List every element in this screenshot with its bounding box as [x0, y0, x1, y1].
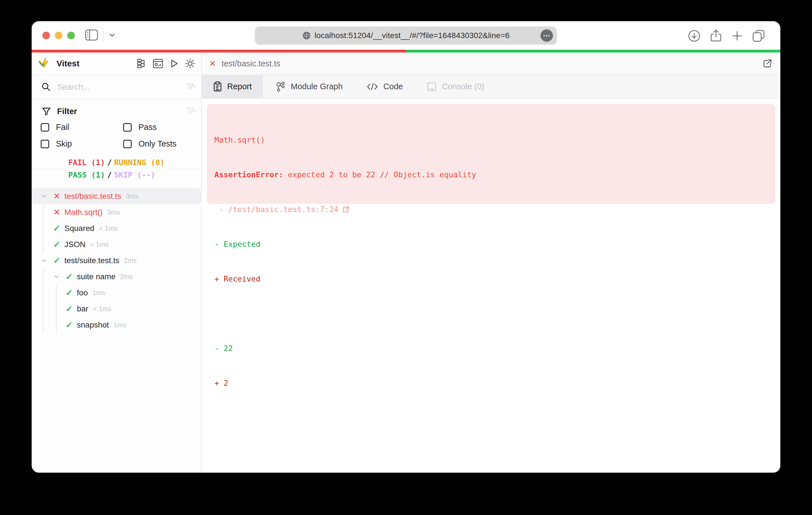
- zoom-window-button[interactable]: [67, 32, 75, 39]
- page-settings-button[interactable]: ⋯: [541, 29, 553, 42]
- filter-option-skip[interactable]: Skip: [41, 139, 123, 149]
- tab-report[interactable]: Report: [202, 75, 263, 98]
- tree-row-squared[interactable]: ✓ Squared < 1ms: [32, 220, 201, 236]
- external-link-icon[interactable]: [342, 206, 350, 213]
- test-name: foo: [77, 288, 88, 297]
- checkbox-skip[interactable]: [41, 140, 49, 148]
- test-duration: 3ms: [107, 208, 120, 216]
- error-name: AssertionError:: [214, 170, 288, 179]
- main-panel: ✕ test/basic.test.ts: [202, 53, 780, 473]
- toolbar-divider: [104, 29, 104, 41]
- test-duration: 2ms: [124, 256, 137, 265]
- search-input[interactable]: [57, 83, 186, 92]
- test-name: Squared: [64, 224, 94, 233]
- blank-line: [214, 308, 767, 319]
- filter-icon: [42, 107, 51, 116]
- tree-row-suite-test-file[interactable]: ✓ test/suite.test.ts 2ms: [32, 252, 201, 269]
- progress-fail-segment: [32, 50, 406, 53]
- tree-row-json[interactable]: ✓ JSON < 1ms: [32, 236, 201, 252]
- new-tab-icon[interactable]: [731, 30, 743, 42]
- test-name: bar: [77, 304, 88, 313]
- filter-option-pass[interactable]: Pass: [123, 123, 196, 132]
- pass-icon: ✓: [65, 272, 74, 281]
- chevron-down-icon[interactable]: [40, 256, 48, 265]
- tab-console: Console (0): [415, 75, 496, 98]
- running-count: RUNNING (0): [114, 158, 165, 167]
- filter-option-only-tests[interactable]: Only Tests: [123, 139, 196, 149]
- checkbox-pass[interactable]: [123, 123, 132, 131]
- sidebar: Vitest: [32, 53, 202, 473]
- tab-label: Console (0): [442, 82, 484, 91]
- checkbox-fail[interactable]: [41, 123, 49, 131]
- test-tree: ✕ test/basic.test.ts 3ms ✕ Math.sqrt() 3…: [32, 188, 201, 473]
- assertion-error-panel: Math.sqrt() AssertionError: expected 2 t…: [207, 104, 775, 204]
- address-bar[interactable]: localhost:51204/__vitest__/#/?file=16484…: [255, 27, 557, 44]
- tree-row-basic-test-file[interactable]: ✕ test/basic.test.ts 3ms: [32, 188, 201, 204]
- diff-expected-label: - Expected: [214, 238, 767, 250]
- clear-search-filter-icon[interactable]: [186, 82, 196, 92]
- close-window-button[interactable]: [42, 32, 50, 39]
- chevron-down-icon[interactable]: [40, 192, 48, 200]
- pass-icon: ✓: [65, 289, 74, 297]
- downloads-icon[interactable]: [688, 29, 701, 42]
- minimize-window-button[interactable]: [55, 32, 62, 39]
- file-header: ✕ test/basic.test.ts: [202, 53, 780, 75]
- clear-filter-icon[interactable]: [186, 107, 196, 116]
- test-duration: 1ms: [114, 321, 126, 329]
- share-icon[interactable]: [710, 29, 722, 42]
- test-duration: < 1ms: [93, 305, 111, 313]
- tab-label: Module Graph: [291, 82, 343, 91]
- pass-count: PASS (1): [68, 171, 105, 179]
- error-message: expected 2 to be 22 // Object.is equalit…: [288, 170, 476, 179]
- suite-name: suite name: [77, 272, 116, 281]
- globe-icon: [302, 31, 311, 40]
- tree-view-toggle-icon[interactable]: [137, 58, 147, 69]
- dashboard-icon[interactable]: [152, 58, 163, 69]
- error-test-title: Math.sqrt(): [214, 134, 767, 146]
- tab-overview-icon[interactable]: [752, 29, 766, 42]
- summary-row-2: PASS (1)/SKIP (--): [68, 169, 165, 181]
- tree-row-bar[interactable]: ✓ bar < 1ms: [32, 301, 201, 317]
- pass-icon: ✓: [53, 256, 61, 265]
- skip-count: SKIP (--): [114, 171, 155, 179]
- pass-icon: ✓: [65, 305, 74, 313]
- test-name: Math.sqrt(): [64, 208, 103, 217]
- tree-row-math-sqrt[interactable]: ✕ Math.sqrt() 3ms: [32, 204, 201, 220]
- test-duration: 1ms: [92, 289, 105, 297]
- url-text: localhost:51204/__vitest__/#/?file=16484…: [315, 31, 510, 40]
- tree-row-snapshot[interactable]: ✓ snapshot 1ms: [32, 317, 201, 333]
- test-file-name: test/basic.test.ts: [64, 192, 121, 201]
- tab-code[interactable]: Code: [355, 75, 415, 98]
- filter-title: Filter: [57, 107, 186, 116]
- filter-option-fail[interactable]: Fail: [41, 123, 123, 132]
- report-content: Math.sqrt() AssertionError: expected 2 t…: [202, 98, 780, 473]
- error-message-line: AssertionError: expected 2 to be 22 // O…: [214, 169, 767, 180]
- run-all-icon[interactable]: [169, 58, 179, 69]
- view-tabs: Report: [202, 75, 780, 98]
- test-duration: 2ms: [120, 273, 133, 281]
- theme-toggle-icon[interactable]: [185, 58, 196, 69]
- open-in-editor-icon[interactable]: [762, 58, 773, 69]
- sidebar-toggle-icon[interactable]: [85, 29, 98, 41]
- test-name: JSON: [64, 240, 86, 249]
- search-icon: [41, 82, 51, 92]
- stack-trace-line: - /test/basic.test.ts:7:24: [214, 204, 767, 215]
- tree-row-foo[interactable]: ✓ foo 1ms: [32, 284, 201, 301]
- fail-icon: ✕: [53, 208, 61, 217]
- vitest-logo-icon: [38, 57, 51, 70]
- tab-module-graph[interactable]: Module Graph: [263, 75, 355, 98]
- chevron-down-icon[interactable]: [108, 31, 116, 39]
- tree-row-suite-name[interactable]: ✓ suite name 2ms: [32, 269, 201, 284]
- browser-toolbar: localhost:51204/__vitest__/#/?file=16484…: [32, 21, 780, 50]
- test-duration: < 1ms: [99, 224, 118, 232]
- module-graph-icon: [275, 81, 286, 92]
- test-name: snapshot: [77, 321, 109, 330]
- checkbox-only-tests[interactable]: [123, 140, 132, 148]
- chevron-down-icon[interactable]: [53, 273, 60, 281]
- search-bar: [32, 75, 201, 99]
- progress-pass-segment: [406, 50, 780, 53]
- test-duration: 3ms: [126, 192, 139, 200]
- fail-icon: ✕: [209, 59, 216, 68]
- pass-icon: ✓: [53, 240, 61, 249]
- desktop-background: localhost:51204/__vitest__/#/?file=16484…: [0, 0, 812, 515]
